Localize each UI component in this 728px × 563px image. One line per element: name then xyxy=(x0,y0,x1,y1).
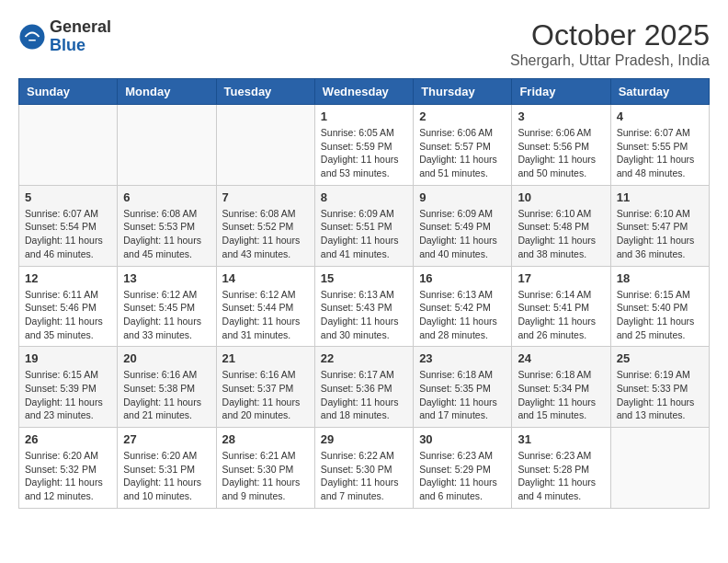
calendar-week-row: 26Sunrise: 6:20 AM Sunset: 5:32 PM Dayli… xyxy=(19,428,710,509)
calendar-week-row: 12Sunrise: 6:11 AM Sunset: 5:46 PM Dayli… xyxy=(19,266,710,347)
day-info: Sunrise: 6:14 AM Sunset: 5:41 PM Dayligh… xyxy=(518,288,604,342)
calendar-cell xyxy=(118,105,216,186)
day-info: Sunrise: 6:15 AM Sunset: 5:39 PM Dayligh… xyxy=(25,368,111,422)
calendar-cell: 6Sunrise: 6:08 AM Sunset: 5:53 PM Daylig… xyxy=(118,185,216,266)
day-number: 3 xyxy=(518,109,604,123)
weekday-header-row: SundayMondayTuesdayWednesdayThursdayFrid… xyxy=(19,79,710,105)
day-info: Sunrise: 6:08 AM Sunset: 5:53 PM Dayligh… xyxy=(123,207,210,261)
svg-point-0 xyxy=(20,24,45,49)
calendar-cell: 11Sunrise: 6:10 AM Sunset: 5:47 PM Dayli… xyxy=(610,185,709,266)
weekday-header-monday: Monday xyxy=(118,79,216,105)
calendar-cell: 26Sunrise: 6:20 AM Sunset: 5:32 PM Dayli… xyxy=(19,428,118,509)
day-number: 8 xyxy=(321,190,407,204)
day-info: Sunrise: 6:07 AM Sunset: 5:55 PM Dayligh… xyxy=(617,126,703,180)
calendar-cell: 1Sunrise: 6:05 AM Sunset: 5:59 PM Daylig… xyxy=(314,105,413,186)
calendar-cell: 3Sunrise: 6:06 AM Sunset: 5:56 PM Daylig… xyxy=(512,105,610,186)
calendar-cell: 23Sunrise: 6:18 AM Sunset: 5:35 PM Dayli… xyxy=(414,347,512,428)
day-number: 31 xyxy=(518,432,604,446)
calendar-cell: 30Sunrise: 6:23 AM Sunset: 5:29 PM Dayli… xyxy=(414,428,512,509)
calendar-cell: 5Sunrise: 6:07 AM Sunset: 5:54 PM Daylig… xyxy=(19,185,118,266)
day-info: Sunrise: 6:17 AM Sunset: 5:36 PM Dayligh… xyxy=(321,368,407,422)
day-number: 10 xyxy=(518,190,604,204)
day-number: 22 xyxy=(321,351,407,365)
calendar-cell: 13Sunrise: 6:12 AM Sunset: 5:45 PM Dayli… xyxy=(118,266,216,347)
calendar-cell: 17Sunrise: 6:14 AM Sunset: 5:41 PM Dayli… xyxy=(512,266,610,347)
day-info: Sunrise: 6:12 AM Sunset: 5:44 PM Dayligh… xyxy=(222,288,309,342)
day-number: 19 xyxy=(25,351,111,365)
calendar-cell: 22Sunrise: 6:17 AM Sunset: 5:36 PM Dayli… xyxy=(314,347,413,428)
day-info: Sunrise: 6:18 AM Sunset: 5:35 PM Dayligh… xyxy=(419,368,506,422)
logo-text: General Blue xyxy=(50,18,111,55)
weekday-header-sunday: Sunday xyxy=(19,79,118,105)
main-title: October 2025 xyxy=(510,18,710,52)
calendar-week-row: 1Sunrise: 6:05 AM Sunset: 5:59 PM Daylig… xyxy=(19,105,710,186)
day-info: Sunrise: 6:20 AM Sunset: 5:31 PM Dayligh… xyxy=(123,449,210,503)
calendar-cell xyxy=(19,105,118,186)
calendar-cell: 18Sunrise: 6:15 AM Sunset: 5:40 PM Dayli… xyxy=(610,266,709,347)
weekday-header-thursday: Thursday xyxy=(414,79,512,105)
day-number: 24 xyxy=(518,351,604,365)
calendar-cell: 20Sunrise: 6:16 AM Sunset: 5:38 PM Dayli… xyxy=(118,347,216,428)
calendar-cell: 24Sunrise: 6:18 AM Sunset: 5:34 PM Dayli… xyxy=(512,347,610,428)
title-section: October 2025 Shergarh, Uttar Pradesh, In… xyxy=(510,18,710,69)
day-number: 29 xyxy=(321,432,407,446)
day-number: 18 xyxy=(617,271,703,285)
day-info: Sunrise: 6:21 AM Sunset: 5:30 PM Dayligh… xyxy=(222,449,309,503)
calendar-cell: 31Sunrise: 6:23 AM Sunset: 5:28 PM Dayli… xyxy=(512,428,610,509)
day-info: Sunrise: 6:15 AM Sunset: 5:40 PM Dayligh… xyxy=(617,288,703,342)
day-info: Sunrise: 6:10 AM Sunset: 5:48 PM Dayligh… xyxy=(518,207,604,261)
day-number: 14 xyxy=(222,271,309,285)
day-number: 30 xyxy=(419,432,506,446)
calendar-cell xyxy=(610,428,709,509)
calendar-cell: 2Sunrise: 6:06 AM Sunset: 5:57 PM Daylig… xyxy=(414,105,512,186)
day-number: 17 xyxy=(518,271,604,285)
calendar-cell: 25Sunrise: 6:19 AM Sunset: 5:33 PM Dayli… xyxy=(610,347,709,428)
day-info: Sunrise: 6:09 AM Sunset: 5:49 PM Dayligh… xyxy=(419,207,506,261)
day-info: Sunrise: 6:19 AM Sunset: 5:33 PM Dayligh… xyxy=(617,368,703,422)
day-info: Sunrise: 6:13 AM Sunset: 5:42 PM Dayligh… xyxy=(419,288,506,342)
logo-blue: Blue xyxy=(50,37,111,55)
calendar-cell: 14Sunrise: 6:12 AM Sunset: 5:44 PM Dayli… xyxy=(216,266,314,347)
day-number: 12 xyxy=(25,271,111,285)
day-info: Sunrise: 6:22 AM Sunset: 5:30 PM Dayligh… xyxy=(321,449,407,503)
calendar-cell: 21Sunrise: 6:16 AM Sunset: 5:37 PM Dayli… xyxy=(216,347,314,428)
calendar-cell: 12Sunrise: 6:11 AM Sunset: 5:46 PM Dayli… xyxy=(19,266,118,347)
day-number: 20 xyxy=(123,351,210,365)
day-info: Sunrise: 6:08 AM Sunset: 5:52 PM Dayligh… xyxy=(222,207,309,261)
day-number: 6 xyxy=(123,190,210,204)
day-number: 21 xyxy=(222,351,309,365)
day-number: 9 xyxy=(419,190,506,204)
calendar-week-row: 5Sunrise: 6:07 AM Sunset: 5:54 PM Daylig… xyxy=(19,185,710,266)
day-number: 11 xyxy=(617,190,703,204)
calendar-cell: 9Sunrise: 6:09 AM Sunset: 5:49 PM Daylig… xyxy=(414,185,512,266)
day-number: 16 xyxy=(419,271,506,285)
weekday-header-wednesday: Wednesday xyxy=(314,79,413,105)
weekday-header-friday: Friday xyxy=(512,79,610,105)
day-number: 27 xyxy=(123,432,210,446)
calendar-cell: 19Sunrise: 6:15 AM Sunset: 5:39 PM Dayli… xyxy=(19,347,118,428)
calendar-cell: 28Sunrise: 6:21 AM Sunset: 5:30 PM Dayli… xyxy=(216,428,314,509)
day-info: Sunrise: 6:18 AM Sunset: 5:34 PM Dayligh… xyxy=(518,368,604,422)
calendar-cell: 16Sunrise: 6:13 AM Sunset: 5:42 PM Dayli… xyxy=(414,266,512,347)
day-number: 7 xyxy=(222,190,309,204)
calendar-cell: 4Sunrise: 6:07 AM Sunset: 5:55 PM Daylig… xyxy=(610,105,709,186)
calendar-cell: 29Sunrise: 6:22 AM Sunset: 5:30 PM Dayli… xyxy=(314,428,413,509)
subtitle: Shergarh, Uttar Pradesh, India xyxy=(510,52,710,69)
day-info: Sunrise: 6:23 AM Sunset: 5:28 PM Dayligh… xyxy=(518,449,604,503)
day-info: Sunrise: 6:10 AM Sunset: 5:47 PM Dayligh… xyxy=(617,207,703,261)
day-info: Sunrise: 6:16 AM Sunset: 5:37 PM Dayligh… xyxy=(222,368,309,422)
day-info: Sunrise: 6:06 AM Sunset: 5:57 PM Dayligh… xyxy=(419,126,506,180)
day-number: 1 xyxy=(321,109,407,123)
calendar-cell xyxy=(216,105,314,186)
calendar-cell: 10Sunrise: 6:10 AM Sunset: 5:48 PM Dayli… xyxy=(512,185,610,266)
day-info: Sunrise: 6:13 AM Sunset: 5:43 PM Dayligh… xyxy=(321,288,407,342)
calendar-week-row: 19Sunrise: 6:15 AM Sunset: 5:39 PM Dayli… xyxy=(19,347,710,428)
day-number: 23 xyxy=(419,351,506,365)
calendar-cell: 15Sunrise: 6:13 AM Sunset: 5:43 PM Dayli… xyxy=(314,266,413,347)
day-number: 28 xyxy=(222,432,309,446)
day-info: Sunrise: 6:16 AM Sunset: 5:38 PM Dayligh… xyxy=(123,368,210,422)
day-info: Sunrise: 6:23 AM Sunset: 5:29 PM Dayligh… xyxy=(419,449,506,503)
calendar-cell: 8Sunrise: 6:09 AM Sunset: 5:51 PM Daylig… xyxy=(314,185,413,266)
logo-icon xyxy=(18,23,46,51)
day-info: Sunrise: 6:09 AM Sunset: 5:51 PM Dayligh… xyxy=(321,207,407,261)
